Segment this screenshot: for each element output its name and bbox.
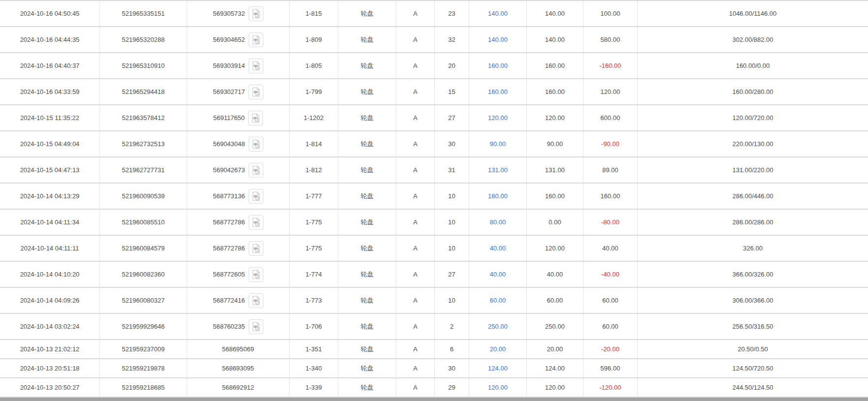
bet-amount-link[interactable]: 120.00 (488, 384, 508, 391)
round-number-cell: 1-799 (289, 79, 338, 104)
game-name-cell: 轮盘 (338, 262, 396, 287)
round-number-cell: 1-812 (289, 157, 338, 183)
game-name-cell: 轮盘 (338, 314, 396, 339)
round-id-text: 568760235 (213, 323, 245, 330)
valid-amount-cell: 160.00 (527, 79, 583, 104)
bet-amount-link[interactable]: 80.00 (490, 218, 506, 226)
result-number-cell: 29 (435, 378, 469, 397)
replay-button[interactable] (249, 241, 263, 256)
valid-amount-cell: 120.00 (527, 378, 583, 397)
result-number-cell: 2 (435, 314, 469, 339)
round-id-text: 569042673 (213, 166, 245, 174)
replay-button[interactable] (249, 163, 263, 178)
replay-button[interactable] (249, 293, 263, 308)
result-number-cell: 23 (435, 1, 469, 26)
replay-button[interactable] (249, 189, 263, 204)
replay-button[interactable] (249, 85, 263, 99)
table-code-cell: A (396, 236, 435, 261)
round-number-cell: 1-815 (289, 1, 338, 26)
bet-amount-cell: 124.00 (469, 359, 527, 377)
table-code-cell: A (396, 262, 435, 287)
result-number-cell: 27 (435, 105, 469, 130)
game-name-cell: 轮盘 (338, 157, 396, 183)
table-code-cell: A (396, 210, 435, 235)
win-loss-cell: -20.00 (583, 340, 638, 358)
bet-amount-link[interactable]: 140.00 (488, 10, 508, 17)
video-file-icon (251, 165, 261, 176)
valid-amount-cell: 140.00 (527, 27, 583, 52)
bet-time-cell: 2024-10-14 04:11:34 (0, 210, 100, 235)
win-loss-cell: 160.00 (583, 184, 638, 209)
replay-button[interactable] (249, 267, 263, 282)
table-code-cell: A (396, 340, 435, 358)
bet-amount-link[interactable]: 60.00 (490, 297, 506, 304)
order-id-cell: 521965310910 (100, 53, 187, 78)
game-name-cell: 轮盘 (338, 378, 396, 397)
round-id-text: 569305732 (213, 10, 245, 17)
bet-amount-cell: 120.00 (469, 378, 527, 397)
round-id-text: 569043048 (213, 140, 245, 148)
bet-amount-link[interactable]: 160.00 (488, 192, 508, 200)
bet-amount-link[interactable]: 131.00 (488, 166, 508, 174)
bet-time-cell: 2024-10-15 11:35:22 (0, 105, 100, 130)
bet-amount-link[interactable]: 160.00 (488, 88, 508, 95)
bet-time-cell: 2024-10-13 21:02:12 (0, 340, 100, 358)
game-name-cell: 轮盘 (338, 1, 396, 26)
round-id-text: 568772786 (213, 218, 245, 226)
balance-cell: 326.00 (638, 236, 868, 261)
table-code-cell: A (396, 27, 435, 52)
video-file-icon (251, 269, 261, 280)
order-id-cell: 521960082360 (100, 262, 187, 287)
replay-button[interactable] (249, 319, 263, 334)
replay-button[interactable] (249, 137, 263, 152)
bet-amount-cell: 160.00 (469, 184, 527, 209)
replay-button[interactable] (249, 215, 263, 230)
bet-amount-link[interactable]: 40.00 (490, 245, 506, 252)
table-code-cell: A (396, 288, 435, 313)
table-row: 2024-10-16 04:50:45 521965335151 5693057… (0, 1, 868, 27)
balance-cell: 20.50/0.50 (638, 340, 868, 358)
horizontal-scrollbar[interactable] (0, 398, 868, 401)
result-number-cell: 30 (435, 131, 469, 156)
round-id-text: 568772416 (213, 297, 245, 304)
bet-amount-link[interactable]: 40.00 (490, 271, 506, 278)
valid-amount-cell: 120.00 (527, 105, 583, 130)
video-file-icon (251, 87, 261, 97)
bet-amount-link[interactable]: 124.00 (488, 365, 508, 372)
bet-amount-cell: 20.00 (469, 340, 527, 358)
result-number-cell: 15 (435, 79, 469, 104)
bet-amount-cell: 250.00 (469, 314, 527, 339)
replay-button[interactable] (249, 59, 263, 73)
round-id-cell: 569302717 (187, 79, 289, 104)
round-id-cell: 569304652 (187, 27, 289, 52)
table-code-cell: A (396, 314, 435, 339)
video-file-icon (251, 295, 261, 306)
bet-amount-cell: 40.00 (469, 262, 527, 287)
balance-cell: 366.00/326.00 (638, 262, 868, 287)
bet-amount-link[interactable]: 140.00 (488, 36, 508, 43)
table-row: 2024-10-13 20:51:18 521959219878 5686930… (0, 359, 868, 378)
replay-button[interactable] (249, 6, 263, 21)
table-row: 2024-10-14 04:10:20 521960082360 5687726… (0, 262, 868, 288)
bet-amount-link[interactable]: 20.00 (490, 345, 506, 353)
result-number-cell: 10 (435, 210, 469, 235)
bet-amount-link[interactable]: 90.00 (490, 140, 506, 148)
order-id-cell: 521963578412 (100, 105, 187, 130)
replay-button[interactable] (248, 111, 263, 125)
valid-amount-cell: 250.00 (527, 314, 583, 339)
bet-amount-link[interactable]: 120.00 (488, 114, 508, 122)
bet-amount-link[interactable]: 250.00 (488, 323, 508, 330)
balance-cell: 256.50/316.50 (638, 314, 868, 339)
video-file-icon (251, 8, 261, 19)
valid-amount-cell: 40.00 (527, 262, 583, 287)
win-loss-cell: 600.00 (583, 105, 638, 130)
result-number-cell: 20 (435, 53, 469, 78)
bet-amount-link[interactable]: 160.00 (488, 62, 508, 69)
result-number-cell: 10 (435, 184, 469, 209)
order-id-cell: 521959929646 (100, 314, 187, 339)
win-loss-cell: 596.00 (583, 359, 638, 377)
win-loss-cell: 40.00 (583, 236, 638, 261)
round-id-cell: 568772416 (187, 288, 289, 313)
win-loss-cell: 89.00 (583, 157, 638, 183)
replay-button[interactable] (249, 32, 263, 47)
